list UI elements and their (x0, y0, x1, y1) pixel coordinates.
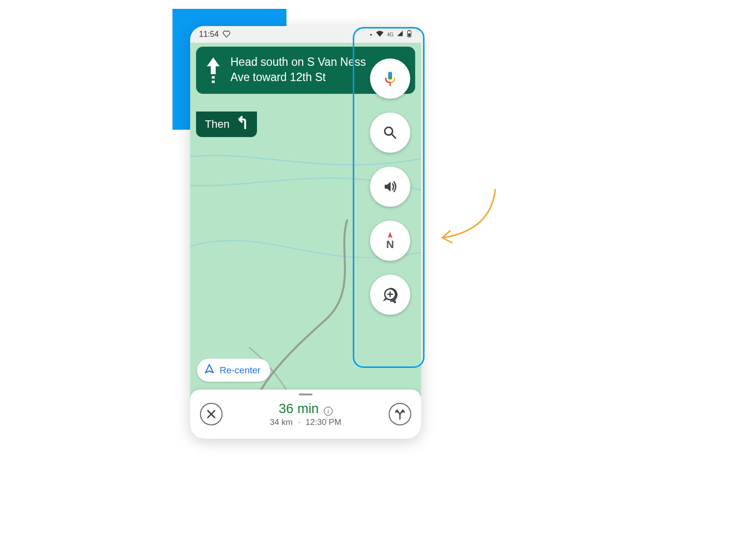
drag-handle[interactable] (299, 393, 312, 395)
sound-button[interactable] (370, 167, 410, 207)
turn-left-icon (234, 115, 249, 133)
recenter-label: Re-center (220, 365, 260, 376)
voice-search-button[interactable] (370, 58, 410, 99)
eta-duration-unit: min (297, 401, 319, 417)
status-bar: 11:54 ● 4G (190, 26, 421, 43)
info-icon[interactable]: i (324, 407, 333, 416)
status-time: 11:54 (199, 30, 219, 39)
navigate-icon (204, 364, 215, 377)
battery-icon (406, 29, 412, 39)
volume-icon (382, 178, 398, 195)
svg-rect-1 (409, 30, 410, 31)
svg-line-10 (392, 134, 396, 138)
add-report-icon (382, 286, 398, 303)
eta-distance: 34 km (270, 418, 292, 427)
eta-duration-value: 36 (279, 401, 293, 417)
direction-instruction: Head south on S Van Ness Ave toward 12th… (230, 55, 370, 86)
recenter-button[interactable]: Re-center (197, 359, 270, 382)
dot-icon: ● (370, 32, 372, 37)
alternate-routes-button[interactable] (389, 403, 411, 425)
close-icon (206, 409, 217, 420)
svg-rect-5 (212, 81, 215, 83)
search-button[interactable] (370, 112, 410, 153)
signal-icon (397, 30, 403, 39)
status-bar-left: 11:54 (199, 30, 230, 39)
svg-rect-7 (388, 76, 392, 80)
direction-arrow-icon (205, 55, 222, 86)
eta-arrival: 12:30 PM (306, 418, 341, 427)
status-bar-right: ● 4G (370, 29, 412, 39)
report-button[interactable] (370, 275, 410, 315)
network-label: 4G (387, 32, 394, 37)
close-navigation-button[interactable] (200, 403, 223, 425)
phone-frame: 11:54 ● 4G (190, 26, 421, 439)
wifi-icon (375, 30, 384, 39)
eta-separator: · (298, 418, 300, 427)
microphone-icon (381, 70, 399, 87)
compass-north-label: N (386, 239, 394, 250)
svg-rect-2 (408, 33, 410, 36)
compass-button[interactable]: N (370, 221, 410, 261)
search-icon (382, 125, 398, 140)
svg-rect-4 (212, 76, 215, 79)
eta-block: 36 min i 34 km · 12:30 PM (223, 401, 389, 427)
next-step-chip[interactable]: Then (196, 112, 257, 137)
routes-icon (394, 408, 406, 420)
annotation-arrow (431, 187, 500, 251)
then-label: Then (205, 118, 229, 131)
bottom-sheet[interactable]: 36 min i 34 km · 12:30 PM (190, 390, 421, 439)
fab-column: N (370, 58, 410, 315)
heart-rate-icon (223, 30, 230, 39)
